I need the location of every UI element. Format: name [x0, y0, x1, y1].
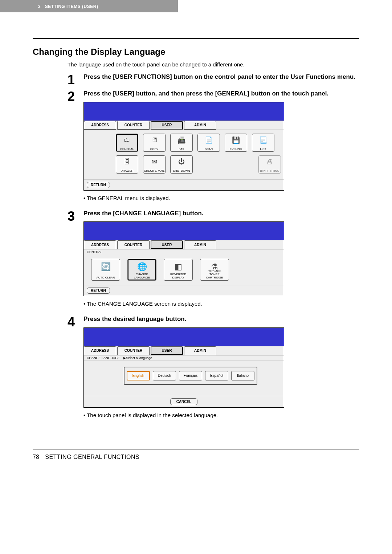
- page-footer: 78 SETTING GENERAL FUNCTIONS: [33, 449, 359, 460]
- copy-icon: 🖥: [151, 136, 158, 144]
- btn-change-language[interactable]: 🌐CHANGE LANGUAGE: [127, 259, 156, 281]
- tab-row: ADDRESS COUNTER USER ADMIN: [84, 121, 284, 130]
- btn-fax[interactable]: 📠FAX: [170, 134, 193, 152]
- tab-admin[interactable]: ADMIN: [184, 121, 216, 130]
- language-group: English Deutsch Français Español Italian…: [124, 367, 257, 385]
- btn-bip-printing[interactable]: 🖨BIP PRINTING: [258, 155, 281, 174]
- tab-user[interactable]: USER: [151, 240, 183, 249]
- btn-efiling[interactable]: 💾E-FILING: [225, 134, 247, 152]
- section-intro: The language used on the touch panel can…: [68, 61, 359, 68]
- tab-admin[interactable]: ADMIN: [184, 346, 216, 355]
- status-bar: [84, 102, 284, 121]
- step-number: 2: [68, 89, 83, 206]
- status-bar: [84, 328, 284, 346]
- tab-address[interactable]: ADDRESS: [84, 346, 116, 355]
- step-note: The CHANGE LANGUAGE screen is displayed.: [83, 301, 359, 307]
- step-1: 1 Press the [USER FUNCTIONS] button on t…: [68, 73, 359, 86]
- btn-scan[interactable]: 📄SCAN: [197, 134, 220, 152]
- breadcrumb: GENERAL: [84, 249, 284, 254]
- globe-icon: 🌐: [137, 262, 147, 272]
- breadcrumb: CHANGE LANGUAGE: [87, 356, 120, 360]
- btn-check-email[interactable]: ✉CHECK E-MAIL: [143, 155, 166, 174]
- chapter-title: SETTING ITEMS (USER): [45, 4, 98, 9]
- step-heading: Press the [USER FUNCTIONS] button on the…: [83, 73, 359, 82]
- rule-top: [33, 38, 359, 39]
- running-header: 3 SETTING ITEMS (USER): [0, 0, 178, 12]
- btn-drawer[interactable]: 🗄DRAWER: [116, 155, 138, 174]
- btn-replace-toner[interactable]: ⚗REPLACE TONER CARTRIDGE: [200, 259, 229, 281]
- lang-espanol[interactable]: Español: [205, 371, 228, 380]
- drawer-icon: 🗄: [124, 158, 130, 166]
- touch-panel-change-language: ADDRESS COUNTER USER ADMIN CHANGE LANGUA…: [83, 327, 284, 408]
- tab-user[interactable]: USER: [151, 346, 183, 355]
- lang-deutsch[interactable]: Deutsch: [153, 371, 176, 380]
- step-note: The touch panel is displayed in the sele…: [83, 412, 359, 418]
- tab-counter[interactable]: COUNTER: [117, 346, 150, 355]
- tab-address[interactable]: ADDRESS: [84, 240, 116, 249]
- tab-row: ADDRESS COUNTER USER ADMIN: [84, 240, 284, 249]
- email-icon: ✉: [152, 158, 157, 166]
- return-button[interactable]: RETURN: [87, 288, 110, 294]
- touch-panel-user-menu: ADDRESS COUNTER USER ADMIN 🗂GENERAL 🖥COP…: [83, 102, 284, 191]
- step-heading: Press the desired language button.: [83, 315, 359, 324]
- general-icon: 🗂: [124, 136, 130, 144]
- return-button[interactable]: RETURN: [87, 182, 110, 188]
- btn-reversed-display[interactable]: ◧REVERSED DISPLAY: [164, 259, 193, 281]
- fax-icon: 📠: [177, 136, 185, 144]
- section-title: Changing the Display Language: [33, 47, 359, 57]
- efiling-icon: 💾: [232, 136, 240, 144]
- btn-list[interactable]: 📃LIST: [252, 134, 274, 152]
- touch-panel-general-menu: ADDRESS COUNTER USER ADMIN GENERAL 🔄AUTO…: [83, 221, 284, 296]
- toner-icon: ⚗: [211, 262, 218, 272]
- footer-label: SETTING GENERAL FUNCTIONS: [45, 454, 139, 460]
- lang-english[interactable]: English: [127, 371, 150, 380]
- lang-italiano[interactable]: Italiano: [231, 371, 254, 380]
- step-number: 4: [68, 315, 83, 423]
- btn-general[interactable]: 🗂GENERAL: [116, 134, 138, 152]
- btn-shutdown[interactable]: ⏻SHUTDOWN: [170, 155, 193, 174]
- shutdown-icon: ⏻: [178, 158, 185, 166]
- tab-counter[interactable]: COUNTER: [117, 121, 150, 130]
- tab-counter[interactable]: COUNTER: [117, 240, 150, 249]
- step-heading: Press the [USER] button, and then press …: [83, 89, 359, 98]
- tab-row: ADDRESS COUNTER USER ADMIN: [84, 346, 284, 355]
- step-heading: Press the [CHANGE LANGUAGE] button.: [83, 209, 359, 218]
- chapter-number: 3: [38, 4, 41, 9]
- list-icon: 📃: [259, 136, 267, 144]
- step-note: The GENERAL menu is displayed.: [83, 195, 359, 201]
- tab-user[interactable]: USER: [151, 121, 183, 130]
- btn-auto-clear[interactable]: 🔄AUTO CLEAR: [91, 259, 120, 281]
- lang-francais[interactable]: Français: [179, 371, 202, 380]
- tab-admin[interactable]: ADMIN: [184, 240, 216, 249]
- step-2: 2 Press the [USER] button, and then pres…: [68, 89, 359, 206]
- step-number: 1: [68, 73, 83, 86]
- step-3: 3 Press the [CHANGE LANGUAGE] button. AD…: [68, 209, 359, 312]
- cancel-button[interactable]: CANCEL: [170, 398, 198, 405]
- display-icon: ◧: [175, 262, 182, 272]
- scan-icon: 📄: [205, 136, 213, 144]
- page-number: 78: [33, 454, 39, 460]
- step-4: 4 Press the desired language button. ADD…: [68, 315, 359, 423]
- tab-address[interactable]: ADDRESS: [84, 121, 116, 130]
- btn-copy[interactable]: 🖥COPY: [143, 134, 166, 152]
- prompt-text: ▶Select a language: [123, 356, 152, 360]
- status-bar: [84, 222, 284, 240]
- step-number: 3: [68, 209, 83, 312]
- autoclear-icon: 🔄: [101, 262, 111, 272]
- printer-icon: 🖨: [266, 158, 273, 166]
